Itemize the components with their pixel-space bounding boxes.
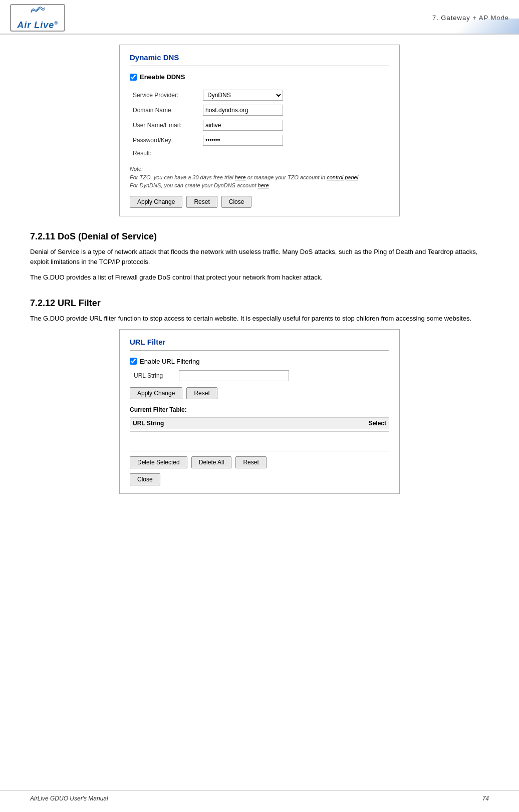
delete-all-button[interactable]: Delete All — [191, 456, 232, 468]
logo-waves-icon — [29, 5, 47, 13]
url-string-input[interactable] — [179, 370, 289, 381]
note-line2: For DynDNS, you can create your DynDNS a… — [130, 181, 389, 190]
password-label: Password/Key: — [130, 133, 200, 148]
url-reset2-button[interactable]: Reset — [235, 456, 266, 468]
url-enable-checkbox[interactable] — [130, 358, 137, 365]
service-provider-select[interactable]: DynDNS TZO — [203, 90, 283, 101]
url-filter-panel-title: URL Filter — [130, 338, 389, 351]
footer-left: AirLive GDUO User's Manual — [30, 795, 108, 802]
note-line1: For TZO, you can have a 30 days free tri… — [130, 173, 389, 182]
dos-section: 7.2.11 DoS (Denial of Service) Denial of… — [30, 231, 489, 283]
url-filter-section: 7.2.12 URL Filter The G.DUO provide URL … — [30, 298, 489, 324]
filter-table-body — [130, 431, 389, 451]
url-filter-panel: URL Filter Enable URL Filtering URL Stri… — [119, 329, 400, 494]
header-decoration — [369, 19, 519, 34]
ddns-enable-label: Eneable DDNS — [140, 73, 185, 81]
url-string-label: URL String — [134, 372, 179, 379]
ddns-note: Note: For TZO, you can have a 30 days fr… — [130, 165, 389, 190]
url-string-row: URL String — [130, 370, 389, 381]
delete-selected-button[interactable]: Delete Selected — [130, 456, 187, 468]
table-row: Result: — [130, 148, 389, 159]
page-header: Air Live® 7. Gateway + AP Mode — [0, 0, 519, 35]
domain-name-label: Domain Name: — [130, 103, 200, 118]
ddns-panel: Dynamic DNS Eneable DDNS Service Provide… — [119, 45, 400, 216]
ddns-form-table: Service Provider: DynDNS TZO Domain Name… — [130, 88, 389, 159]
url-filter-para1: The G.DUO provide URL filter function to… — [30, 314, 489, 324]
ddns-apply-button[interactable]: Apply Change — [130, 196, 182, 208]
control-panel-link[interactable]: control panel — [327, 174, 358, 180]
url-filter-heading: 7.2.12 URL Filter — [30, 298, 489, 309]
username-input[interactable] — [203, 120, 283, 131]
ddns-close-button[interactable]: Close — [221, 196, 252, 208]
table-row: User Name/Email: — [130, 118, 389, 133]
ddns-panel-title: Dynamic DNS — [130, 53, 389, 66]
dos-para1: Denial of Service is a type of network a… — [30, 247, 489, 268]
logo-text: Air Live® — [17, 20, 58, 31]
dos-para2: The G.DUO provides a list of Firewall gr… — [30, 273, 489, 283]
note-title: Note: — [130, 165, 389, 173]
service-provider-label: Service Provider: — [130, 88, 200, 103]
url-apply-button[interactable]: Apply Change — [130, 387, 182, 399]
logo-area: Air Live® — [10, 4, 65, 32]
url-enable-row: Enable URL Filtering — [130, 358, 389, 365]
col-select: Select — [369, 420, 386, 427]
page-footer: AirLive GDUO User's Manual 74 — [0, 790, 519, 802]
result-label: Result: — [130, 148, 200, 159]
table-row: Password/Key: — [130, 133, 389, 148]
filter-table-header: URL String Select — [130, 417, 389, 429]
main-content: Dynamic DNS Eneable DDNS Service Provide… — [0, 35, 519, 514]
ddns-btn-row: Apply Change Reset Close — [130, 196, 389, 208]
table-row: Domain Name: — [130, 103, 389, 118]
url-apply-btn-row: Apply Change Reset — [130, 387, 389, 399]
password-input[interactable] — [203, 135, 283, 146]
dos-heading: 7.2.11 DoS (Denial of Service) — [30, 231, 489, 242]
domain-name-input[interactable] — [203, 105, 283, 116]
url-close-btn-row: Close — [130, 473, 389, 485]
ddns-enable-checkbox[interactable] — [130, 74, 137, 81]
username-label: User Name/Email: — [130, 118, 200, 133]
delete-btn-row: Delete Selected Delete All Reset — [130, 456, 389, 468]
ddns-reset-button[interactable]: Reset — [186, 196, 217, 208]
col-url-string: URL String — [133, 420, 164, 427]
url-close-button[interactable]: Close — [130, 473, 160, 485]
current-filter-title: Current Filter Table: — [130, 406, 389, 413]
url-enable-label: Enable URL Filtering — [140, 358, 199, 365]
url-reset-button[interactable]: Reset — [186, 387, 217, 399]
footer-right: 74 — [482, 795, 489, 802]
dyndns-here-link[interactable]: here — [258, 182, 269, 188]
tzo-here-link[interactable]: here — [235, 174, 246, 180]
table-row: Service Provider: DynDNS TZO — [130, 88, 389, 103]
ddns-enable-row: Eneable DDNS — [130, 73, 389, 81]
logo-box: Air Live® — [10, 4, 65, 32]
